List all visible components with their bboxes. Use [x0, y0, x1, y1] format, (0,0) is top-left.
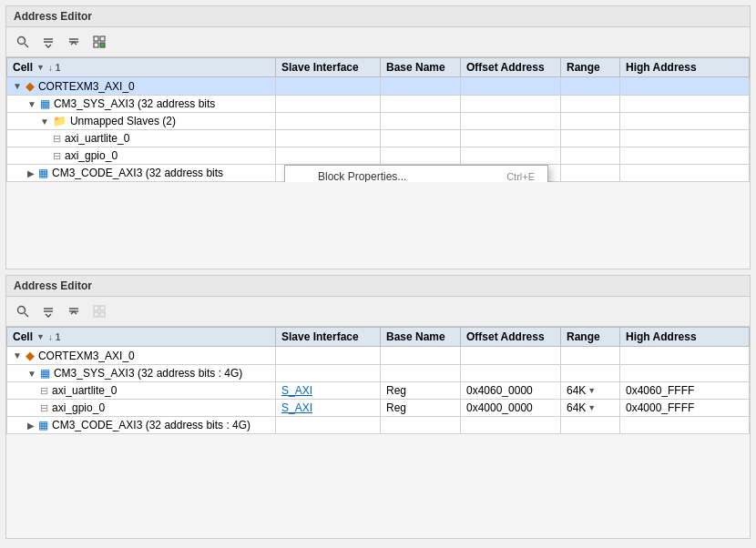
svg-rect-8 — [94, 43, 98, 47]
col-cell[interactable]: Cell ▼ ↓ 1 — [7, 58, 276, 77]
col-cell-arrow: ▼ — [36, 63, 45, 72]
grid-icon — [93, 305, 106, 318]
component-icon: ◆ — [26, 349, 35, 362]
top-table-container: Cell ▼ ↓ 1 Slave Interface Base Name Off… — [6, 57, 750, 182]
col-offset[interactable]: Offset Address — [461, 58, 561, 77]
context-menu: Block Properties... Ctrl+E Unmap Segment… — [284, 165, 548, 182]
cell-name: ▼ ▦ CM3_SYS_AXI3 (32 address bits : 4G) — [7, 365, 276, 382]
grid-button[interactable] — [88, 31, 110, 53]
expand-icon[interactable]: ▼ — [13, 81, 22, 91]
base-name: Reg — [381, 382, 461, 400]
range-dropdown-arrow[interactable]: ▼ — [587, 403, 596, 412]
table-row[interactable]: ▼ ◆ CORTEXM3_AXI_0 — [7, 77, 750, 96]
cell-name: ⊟ axi_gpio_0 — [7, 400, 276, 417]
table-row[interactable]: ▼ ▦ CM3_SYS_AXI3 (32 address bits — [7, 96, 750, 113]
svg-point-0 — [18, 37, 26, 45]
high-address: 0x4000_FFFF — [620, 400, 750, 417]
bus-icon: ▦ — [40, 97, 50, 110]
collapse-icon — [42, 36, 55, 48]
cell-name: ▼ ▦ CM3_SYS_AXI3 (32 address bits — [7, 96, 276, 113]
expand-icon[interactable]: ▼ — [13, 350, 22, 360]
b-col-cell-num: ↓ 1 — [48, 332, 60, 342]
slave-icon: ⊟ — [53, 133, 61, 145]
cell-name: ▼ 📁 Unmapped Slaves (2) — [7, 113, 276, 130]
table-row[interactable]: ⊟ axi_uartlite_0 S_AXI Reg 0x4060_0000 6… — [7, 382, 750, 400]
bottom-panel-title: Address Editor — [6, 276, 750, 297]
table-row[interactable]: ⊟ axi_gpio_0 S_AXI Reg 0x4000_0000 64K ▼ — [7, 400, 750, 417]
component-icon: ◆ — [26, 79, 35, 93]
table-row[interactable]: ▼ 📁 Unmapped Slaves (2) — [7, 113, 750, 130]
collapse-button[interactable] — [37, 31, 59, 53]
table-row[interactable]: ▼ ◆ CORTEXM3_AXI_0 — [7, 347, 750, 365]
b-col-range[interactable]: Range — [561, 328, 620, 347]
folder-icon: 📁 — [53, 115, 66, 127]
bus-icon: ▦ — [38, 419, 48, 431]
table-row[interactable]: ▶ ▦ CM3_CODE_AXI3 (32 address bits : 4G) — [7, 417, 750, 434]
cell-name: ▶ ▦ CM3_CODE_AXI3 (32 address bits : 4G) — [7, 417, 276, 434]
bottom-collapse-button[interactable] — [37, 300, 59, 322]
table-row[interactable]: ⊟ axi_gpio_0 — [7, 147, 750, 165]
search-icon — [16, 36, 29, 48]
cell-name: ▶ ▦ CM3_CODE_AXI3 (32 address bits — [7, 165, 276, 182]
svg-line-11 — [25, 313, 28, 317]
bottom-search-button[interactable] — [12, 300, 34, 322]
bottom-grid-button[interactable] — [88, 300, 110, 322]
base-name: Reg — [381, 400, 461, 417]
b-col-slave[interactable]: Slave Interface — [276, 328, 381, 347]
bottom-address-table: Cell ▼ ↓ 1 Slave Interface Base Name Off… — [6, 327, 750, 434]
top-address-table: Cell ▼ ↓ 1 Slave Interface Base Name Off… — [6, 57, 750, 182]
b-col-cell[interactable]: Cell ▼ ↓ 1 — [7, 328, 276, 347]
col-cell-num: ↓ 1 — [48, 63, 60, 73]
cell-name: ▼ ◆ CORTEXM3_AXI_0 — [7, 347, 276, 365]
col-range[interactable]: Range — [561, 58, 620, 77]
bus-icon: ▦ — [40, 367, 50, 380]
svg-point-10 — [18, 307, 26, 314]
b-col-cell-arrow: ▼ — [36, 332, 45, 341]
bottom-table-container: Cell ▼ ↓ 1 Slave Interface Base Name Off… — [6, 327, 750, 434]
col-slave[interactable]: Slave Interface — [276, 58, 381, 77]
bottom-expand-button[interactable] — [63, 300, 85, 322]
expand-icon[interactable]: ▼ — [27, 99, 36, 109]
expand-icon — [67, 36, 80, 48]
slave-interface[interactable]: S_AXI — [276, 382, 381, 400]
collapse-icon — [42, 305, 55, 318]
search-button[interactable] — [12, 31, 34, 53]
table-row[interactable]: ▼ ▦ CM3_SYS_AXI3 (32 address bits : 4G) — [7, 365, 750, 382]
bottom-address-editor-panel: Address Editor — [5, 275, 751, 539]
range-cell: 64K ▼ — [561, 400, 620, 417]
expand-icon — [67, 305, 80, 318]
high-address: 0x4060_FFFF — [620, 382, 750, 400]
ctx-block-properties[interactable]: Block Properties... Ctrl+E — [285, 166, 547, 182]
ctx-block-props-label: Block Properties... — [318, 170, 406, 182]
search-icon — [16, 305, 29, 318]
expand-icon[interactable]: ▼ — [40, 117, 49, 127]
svg-rect-6 — [94, 36, 98, 41]
b-col-basename[interactable]: Base Name — [381, 328, 461, 347]
col-basename[interactable]: Base Name — [381, 58, 461, 77]
b-col-high[interactable]: High Address — [620, 328, 750, 347]
b-col-offset[interactable]: Offset Address — [461, 328, 561, 347]
cell-name: ▼ ◆ CORTEXM3_AXI_0 — [7, 77, 276, 96]
slave-icon: ⊟ — [53, 150, 61, 162]
top-panel-title: Address Editor — [6, 6, 750, 27]
slave-icon: ⊟ — [40, 402, 48, 414]
svg-line-1 — [25, 44, 28, 47]
svg-rect-17 — [100, 306, 105, 310]
expand-icon[interactable]: ▼ — [27, 369, 36, 379]
range-cell: 64K ▼ — [561, 382, 620, 400]
range-dropdown-arrow[interactable]: ▼ — [587, 386, 596, 395]
expand-button[interactable] — [63, 31, 85, 53]
grid-icon — [93, 36, 106, 48]
table-row[interactable]: ⊟ axi_uartlite_0 — [7, 130, 750, 147]
col-high[interactable]: High Address — [620, 58, 750, 77]
top-toolbar — [6, 27, 750, 57]
slave-interface[interactable]: S_AXI — [276, 400, 381, 417]
svg-rect-7 — [100, 36, 105, 41]
svg-rect-19 — [100, 312, 105, 317]
bus-icon: ▦ — [38, 167, 48, 179]
svg-rect-9 — [100, 43, 105, 47]
cell-name: ⊟ axi_uartlite_0 — [7, 382, 276, 400]
expand-icon[interactable]: ▶ — [27, 421, 35, 431]
expand-icon[interactable]: ▶ — [27, 168, 35, 178]
svg-rect-16 — [94, 306, 98, 310]
